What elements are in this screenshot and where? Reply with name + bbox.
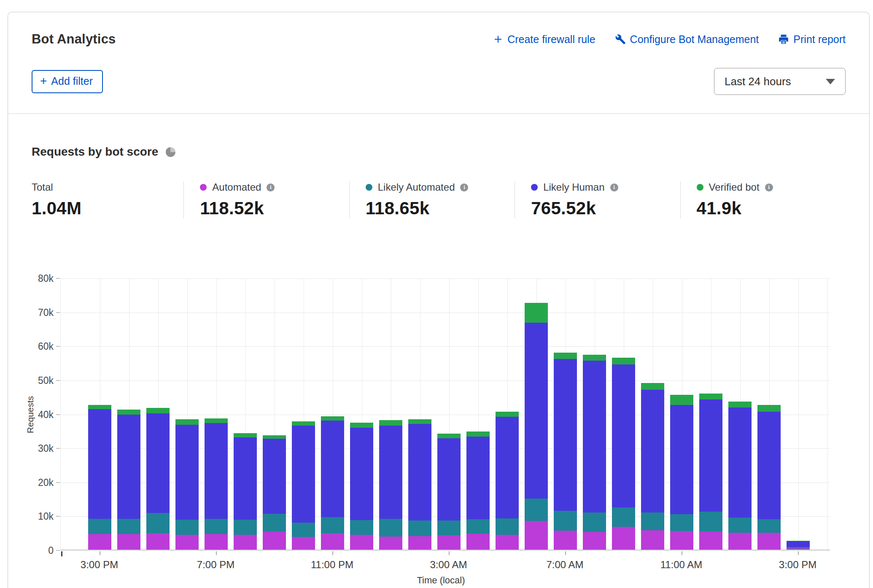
x-axis-title: Time (local) bbox=[417, 575, 465, 586]
bar-segment-likely-human bbox=[728, 407, 752, 518]
chart-bar bbox=[583, 355, 606, 550]
bar-segment-verified-bot bbox=[641, 383, 664, 390]
bar-segment-likely-human bbox=[408, 424, 431, 521]
chart-bar bbox=[554, 353, 577, 550]
bar-segment-likely-human bbox=[205, 423, 228, 519]
bar-segment-automated bbox=[641, 530, 664, 550]
bar-segment-likely-automated bbox=[583, 512, 606, 532]
bar-segment-likely-human bbox=[146, 413, 170, 513]
bar-segment-likely-automated bbox=[408, 521, 431, 536]
y-axis-tick bbox=[56, 550, 60, 551]
bar-segment-verified-bot bbox=[205, 418, 228, 423]
gridline-horizontal bbox=[61, 313, 830, 313]
bar-segment-verified-bot bbox=[728, 402, 752, 408]
chart-bar bbox=[525, 303, 548, 550]
bar-segment-automated bbox=[321, 533, 344, 550]
bar-segment-likely-human bbox=[437, 438, 461, 521]
x-axis-label: 7:00 PM bbox=[197, 559, 234, 571]
bar-segment-likely-automated bbox=[437, 521, 461, 535]
bar-segment-likely-automated bbox=[641, 512, 664, 530]
gridline-horizontal bbox=[61, 346, 830, 347]
x-axis-tick bbox=[565, 551, 566, 555]
y-axis-label: 80k bbox=[23, 273, 54, 284]
bar-segment-likely-human bbox=[321, 421, 344, 517]
bar-segment-verified-bot bbox=[699, 394, 722, 400]
bar-segment-likely-automated bbox=[234, 520, 257, 535]
bar-segment-verified-bot bbox=[117, 410, 140, 415]
y-axis-title: Requests bbox=[25, 396, 35, 433]
x-axis-tick bbox=[100, 551, 100, 555]
bar-segment-likely-human bbox=[787, 541, 810, 548]
bar-segment-likely-automated bbox=[612, 507, 635, 527]
bar-segment-automated bbox=[699, 531, 722, 550]
chart-bar bbox=[757, 405, 781, 550]
chart-bar bbox=[437, 434, 461, 550]
bar-segment-verified-bot bbox=[437, 434, 461, 438]
x-axis-tick bbox=[216, 551, 217, 555]
bar-segment-likely-automated bbox=[350, 520, 373, 535]
bar-segment-automated bbox=[292, 537, 315, 550]
y-axis-label: 60k bbox=[23, 341, 54, 352]
bar-segment-likely-human bbox=[670, 405, 693, 514]
bar-segment-verified-bot bbox=[612, 358, 635, 364]
bar-segment-verified-bot bbox=[350, 423, 373, 427]
bar-segment-verified-bot bbox=[292, 421, 315, 426]
requests-by-bot-score-chart: 010k20k30k40k50k60k70k80kRequests3:00 PM… bbox=[0, 0, 873, 588]
bar-segment-likely-automated bbox=[146, 513, 170, 533]
bar-segment-verified-bot bbox=[379, 420, 402, 426]
bar-segment-likely-human bbox=[496, 417, 519, 518]
axis-corner-tick bbox=[61, 551, 62, 556]
bar-segment-automated bbox=[757, 533, 781, 550]
bar-segment-automated bbox=[437, 535, 461, 550]
bar-segment-automated bbox=[787, 548, 810, 550]
bar-segment-likely-automated bbox=[670, 514, 693, 531]
chart-bar bbox=[379, 420, 402, 550]
x-axis-tick bbox=[332, 551, 333, 555]
bar-segment-likely-automated bbox=[496, 518, 519, 535]
chart-bar bbox=[88, 405, 111, 550]
bar-segment-likely-automated bbox=[379, 519, 402, 537]
bar-segment-automated bbox=[379, 537, 402, 550]
bar-segment-likely-human bbox=[234, 437, 257, 520]
bar-segment-automated bbox=[728, 533, 752, 550]
x-axis-label: 3:00 PM bbox=[779, 559, 816, 571]
bar-segment-verified-bot bbox=[525, 303, 548, 323]
gridline-vertical bbox=[827, 278, 828, 550]
chart-bar bbox=[728, 402, 752, 550]
bar-segment-automated bbox=[205, 534, 228, 550]
bar-segment-verified-bot bbox=[175, 419, 199, 425]
bar-segment-automated bbox=[496, 535, 519, 550]
y-axis-tick bbox=[56, 346, 60, 347]
bar-segment-likely-automated bbox=[699, 512, 722, 532]
y-axis-tick bbox=[56, 278, 60, 279]
chart-bar bbox=[612, 358, 635, 550]
y-axis-label: 20k bbox=[23, 477, 54, 488]
bar-segment-likely-human bbox=[612, 364, 635, 507]
x-axis-tick bbox=[449, 551, 450, 555]
bar-segment-automated bbox=[583, 532, 606, 550]
bar-segment-verified-bot bbox=[496, 412, 519, 417]
chart-bar bbox=[496, 412, 519, 550]
bar-segment-likely-human bbox=[350, 428, 373, 520]
chart-bar bbox=[466, 432, 490, 550]
y-axis-tick bbox=[56, 312, 60, 313]
y-axis-label: 0 bbox=[23, 545, 54, 556]
bot-analytics-screen: Bot Analytics Create firewall rule Confi… bbox=[0, 0, 873, 588]
chart-bar bbox=[175, 419, 199, 550]
bar-segment-automated bbox=[554, 531, 577, 550]
bar-segment-automated bbox=[670, 531, 693, 550]
y-axis-tick bbox=[56, 448, 60, 449]
plot-area bbox=[60, 278, 830, 550]
bar-segment-automated bbox=[612, 527, 635, 550]
y-axis-tick bbox=[56, 516, 60, 517]
bar-segment-verified-bot bbox=[757, 405, 781, 412]
bar-segment-automated bbox=[350, 535, 373, 550]
x-axis-tick bbox=[682, 551, 682, 555]
chart-bar bbox=[350, 423, 373, 550]
bar-segment-likely-automated bbox=[263, 514, 286, 531]
bar-segment-likely-human bbox=[554, 359, 577, 511]
y-axis-tick bbox=[56, 482, 60, 483]
gridline-horizontal bbox=[61, 380, 830, 381]
bar-segment-verified-bot bbox=[321, 416, 344, 421]
bar-segment-likely-automated bbox=[205, 519, 228, 534]
